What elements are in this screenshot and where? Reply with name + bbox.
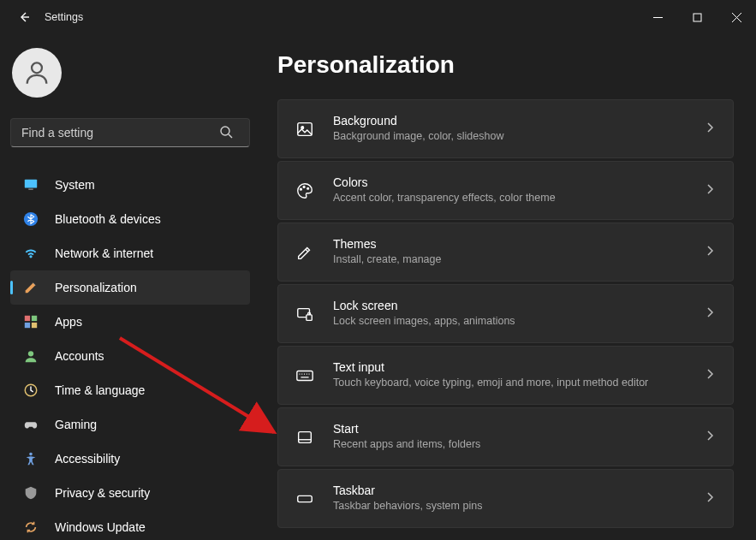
minimize-icon: [653, 13, 663, 22]
svg-rect-9: [32, 323, 37, 328]
card-start[interactable]: Start Recent apps and items, folders: [277, 407, 734, 466]
accounts-icon: [22, 347, 39, 365]
chevron-right-icon: [704, 122, 716, 137]
svg-rect-20: [297, 371, 313, 380]
card-text-input[interactable]: Text input Touch keyboard, voice typing,…: [277, 346, 734, 405]
search-input[interactable]: [10, 118, 250, 147]
system-icon: [22, 176, 39, 193]
time-icon: [22, 382, 39, 399]
sidebar: System Bluetooth & devices Network & int…: [0, 34, 257, 540]
card-title: Text input: [333, 359, 704, 375]
sidebar-item-accessibility[interactable]: Accessibility: [10, 442, 250, 476]
card-desc: Touch keyboard, voice typing, emoji and …: [333, 376, 704, 391]
sidebar-item-label: Apps: [55, 315, 82, 329]
svg-point-12: [29, 453, 33, 456]
maximize-icon: [693, 13, 702, 22]
sidebar-item-bluetooth[interactable]: Bluetooth & devices: [10, 202, 250, 236]
sidebar-item-label: Personalization: [55, 281, 137, 294]
content: Personalization Background Background im…: [257, 34, 756, 540]
card-text: Background Background image, color, slid…: [333, 113, 704, 145]
background-icon: [295, 120, 314, 139]
themes-icon: [295, 243, 314, 262]
search-field: [10, 118, 250, 147]
sidebar-item-accounts[interactable]: Accounts: [10, 339, 250, 373]
apps-icon: [22, 313, 39, 330]
card-themes[interactable]: Themes Install, create, manage: [277, 223, 734, 282]
svg-point-2: [221, 127, 229, 135]
svg-rect-13: [298, 122, 313, 135]
card-title: Colors: [333, 175, 704, 190]
sidebar-item-windows-update[interactable]: Windows Update: [10, 510, 250, 540]
card-title: Themes: [333, 236, 704, 252]
svg-point-16: [303, 186, 305, 187]
sidebar-item-apps[interactable]: Apps: [10, 305, 250, 339]
sidebar-item-privacy[interactable]: Privacy & security: [10, 476, 250, 510]
sidebar-item-gaming[interactable]: Gaming: [10, 407, 250, 442]
chevron-right-icon: [704, 306, 716, 322]
start-icon: [295, 428, 314, 447]
card-title: Background: [333, 113, 704, 128]
maximize-button[interactable]: [677, 3, 717, 31]
lockscreen-icon: [295, 305, 314, 323]
card-background[interactable]: Background Background image, color, slid…: [277, 99, 734, 158]
close-button[interactable]: [717, 3, 756, 31]
avatar[interactable]: [12, 48, 62, 98]
sidebar-item-label: Windows Update: [55, 520, 146, 534]
window-controls: [638, 3, 756, 31]
nav: System Bluetooth & devices Network & int…: [10, 168, 250, 540]
back-button[interactable]: [10, 3, 38, 31]
card-desc: Accent color, transparency effects, colo…: [333, 191, 704, 206]
svg-rect-8: [25, 323, 30, 328]
svg-rect-22: [298, 495, 313, 501]
card-text: Text input Touch keyboard, voice typing,…: [333, 359, 704, 391]
sidebar-item-label: Accounts: [55, 349, 104, 363]
sidebar-item-label: Accessibility: [55, 452, 120, 466]
card-taskbar[interactable]: Taskbar Taskbar behaviors, system pins: [277, 469, 734, 528]
svg-point-17: [307, 187, 309, 189]
sidebar-item-label: System: [55, 178, 95, 192]
chevron-right-icon: [704, 430, 716, 445]
taskbar-icon: [295, 490, 314, 508]
arrow-left-icon: [17, 10, 31, 24]
chevron-right-icon: [704, 183, 716, 199]
card-text: Lock screen Lock screen images, apps, an…: [333, 298, 704, 329]
chevron-right-icon: [704, 245, 716, 260]
window-title: Settings: [45, 11, 83, 23]
svg-rect-0: [693, 14, 701, 21]
sidebar-item-time-language[interactable]: Time & language: [10, 373, 250, 407]
svg-rect-6: [25, 316, 30, 321]
svg-point-10: [28, 351, 33, 356]
titlebar: Settings: [0, 0, 756, 34]
card-text: Colors Accent color, transparency effect…: [333, 175, 704, 206]
card-desc: Lock screen images, apps, animations: [333, 314, 704, 329]
card-title: Lock screen: [333, 298, 704, 313]
sidebar-item-label: Time & language: [55, 383, 145, 397]
svg-rect-4: [28, 189, 33, 190]
accessibility-icon: [22, 450, 39, 467]
sidebar-item-system[interactable]: System: [10, 168, 250, 202]
card-list: Background Background image, color, slid…: [277, 99, 734, 528]
sidebar-item-label: Network & internet: [55, 246, 153, 260]
textinput-icon: [295, 366, 314, 385]
privacy-icon: [22, 484, 39, 501]
sidebar-item-network[interactable]: Network & internet: [10, 236, 250, 270]
minimize-button[interactable]: [638, 3, 677, 31]
chevron-right-icon: [704, 368, 716, 383]
card-text: Themes Install, create, manage: [333, 236, 704, 268]
bluetooth-icon: [22, 211, 39, 228]
card-colors[interactable]: Colors Accent color, transparency effect…: [277, 161, 734, 220]
colors-icon: [295, 181, 314, 200]
close-icon: [732, 13, 741, 22]
card-desc: Background image, color, slideshow: [333, 129, 704, 145]
page-title: Personalization: [277, 51, 734, 79]
card-desc: Install, create, manage: [333, 252, 704, 268]
card-lock-screen[interactable]: Lock screen Lock screen images, apps, an…: [277, 284, 734, 343]
sidebar-item-personalization[interactable]: Personalization: [10, 270, 250, 305]
sidebar-item-label: Bluetooth & devices: [55, 212, 161, 226]
svg-rect-19: [307, 314, 312, 319]
card-title: Start: [333, 421, 704, 436]
svg-rect-7: [32, 316, 37, 321]
update-icon: [22, 519, 39, 536]
network-icon: [22, 245, 39, 262]
search-icon: [219, 125, 233, 142]
